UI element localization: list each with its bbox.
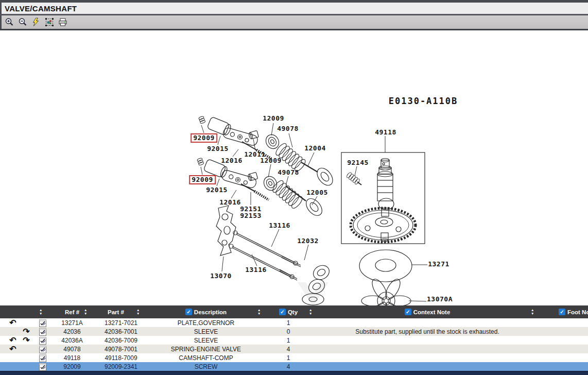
description-cell: CAMSHAFT-COMP (149, 354, 263, 362)
part-cell: 42036-7009 (93, 337, 149, 344)
checkbox-icon[interactable]: ✓ (559, 309, 565, 315)
table-row[interactable]: ↶ 13271A13271-7021PLATE,GOVERNOR1 (0, 318, 588, 327)
parts-table-body: ↶ 13271A13271-7021PLATE,GOVERNOR1↷ 42036… (0, 318, 588, 371)
part-cell: 13271-7021 (93, 319, 149, 327)
ref-cell: 13271A (51, 319, 93, 327)
part-number-label: 12004 (304, 145, 326, 152)
part-number-label: 12005 (306, 189, 328, 196)
qty-cell: 1 (263, 337, 314, 344)
part-number-label: 92015 (206, 186, 228, 194)
part-number-label: 49078 (278, 169, 299, 176)
qty-cell: 4 (263, 363, 314, 370)
part-number-label: 49078 (277, 125, 299, 132)
part-number-label: 13070A (427, 296, 453, 303)
column-header-part[interactable]: Part # (90, 305, 142, 318)
note-icon[interactable] (39, 354, 46, 362)
undo-arrow-icon: ↶ (6, 319, 20, 327)
row-history-arrows: ↶ (0, 345, 34, 353)
description-cell: PLATE,GOVERNOR (149, 319, 263, 327)
checkbox-icon[interactable]: ✓ (405, 309, 411, 315)
part-cell: 42036-7001 (93, 328, 149, 335)
redo-arrow-icon (20, 319, 33, 327)
page-title: VALVE/CAMSHAFT (2, 4, 77, 13)
print-icon[interactable] (58, 17, 68, 27)
sort-icon[interactable]: ▲▼ (84, 308, 87, 315)
ref-cell: 42036A (51, 337, 93, 344)
note-icon[interactable] (39, 363, 46, 371)
description-cell: SCREW (149, 363, 263, 370)
diagram-toolbar (0, 15, 588, 29)
column-header-description[interactable]: ✓ Description (149, 305, 263, 318)
part-number-label: 12009 (263, 115, 284, 122)
diagram-code-label: E0130-A110B (389, 97, 458, 105)
description-cell: SPRING-ENGINE VALVE (149, 346, 263, 353)
qty-cell: 4 (263, 346, 314, 353)
sort-icon[interactable]: ▲▼ (257, 308, 261, 315)
redo-arrow-icon (20, 345, 33, 353)
redo-arrow-icon: ↷ (20, 336, 33, 345)
note-icon[interactable] (39, 328, 46, 336)
ref-cell: 49078 (51, 346, 93, 353)
row-history-arrows: ↶ (0, 319, 34, 327)
column-header-foot-note[interactable]: ✓ Foot Note (559, 305, 588, 318)
qty-cell: 1 (263, 319, 314, 327)
part-number-label: 49118 (375, 129, 396, 136)
diagram-canvas[interactable]: E0130-A110B12009490789200992015120111201… (0, 30, 588, 305)
title-bar: VALVE/CAMSHAFT (0, 3, 588, 14)
part-number-label: 12032 (297, 237, 319, 245)
part-number-label: 13271 (428, 261, 449, 268)
undo-arrow-icon: ↶ (6, 336, 20, 345)
row-history-arrows: ↶↷ (0, 336, 34, 345)
sort-icon[interactable]: ▲▼ (309, 308, 312, 315)
part-number-label: 92015 (207, 145, 229, 152)
column-header-context-note[interactable]: ✓ Context Note (314, 305, 541, 318)
part-number-label: 12016 (221, 157, 243, 164)
part-number-label: 13070 (210, 272, 232, 280)
zoom-out-icon[interactable] (18, 17, 28, 27)
table-row[interactable]: 4911849118-7009CAMSHAFT-COMP1 (0, 353, 588, 362)
note-icon[interactable] (39, 345, 46, 353)
redo-arrow-icon: ↷ (20, 328, 33, 336)
ref-cell: 92009 (51, 363, 93, 370)
bottom-status-bar (0, 371, 588, 375)
undo-arrow-icon: ↶ (6, 345, 20, 353)
part-number-label: 92153 (240, 212, 262, 219)
ref-cell: 42036 (51, 328, 93, 335)
zoom-in-icon[interactable] (4, 17, 14, 27)
checkbox-icon[interactable]: ✓ (185, 309, 192, 315)
part-number-label: 13116 (269, 222, 290, 229)
row-history-arrows: ↷ (0, 328, 34, 336)
part-cell: 49078-7001 (93, 346, 149, 353)
undo-arrow-icon (6, 328, 20, 336)
ref-cell: 49118 (51, 354, 93, 362)
qty-cell: 1 (263, 354, 314, 362)
description-cell: SLEEVE (149, 328, 263, 335)
note-icon[interactable] (39, 319, 46, 327)
sort-icon[interactable]: ▲▼ (136, 308, 140, 315)
table-row[interactable]: ↷ 4203642036-7001SLEEVE0Substitute part,… (0, 327, 588, 336)
lightning-icon[interactable] (31, 17, 41, 27)
part-cell: 49118-7009 (93, 354, 149, 362)
part-number-label: 92145 (347, 159, 369, 166)
sort-icon[interactable]: ▲▼ (39, 308, 42, 315)
qty-cell: 0 (263, 328, 314, 335)
part-number-label: 12016 (219, 199, 241, 206)
checkbox-icon[interactable]: ✓ (279, 309, 286, 315)
column-header-qty[interactable]: ✓ Qty (263, 305, 314, 318)
part-cell: 92009-2341 (93, 363, 149, 370)
sort-icon[interactable]: ▲▼ (531, 308, 534, 315)
table-row[interactable]: ↶ 4907849078-7001SPRING-ENGINE VALVE4 (0, 345, 588, 353)
part-number-label[interactable]: 92009 (191, 133, 217, 143)
part-number-label[interactable]: 92009 (189, 175, 216, 184)
table-row[interactable]: ↶↷ 42036A42036-7009SLEEVE1 (0, 336, 588, 345)
part-number-label: 12009 (260, 157, 282, 164)
part-number-label: 13116 (245, 266, 267, 274)
description-cell: SLEEVE (149, 337, 263, 344)
image-select-icon[interactable] (44, 17, 55, 27)
table-row[interactable]: 9200992009-2341SCREW4 (0, 362, 588, 371)
note-icon[interactable] (39, 336, 46, 345)
context-note-cell: Substitute part, supplied until the stoc… (314, 328, 541, 335)
parts-diagram (0, 30, 588, 305)
parts-table-header: ▲▼ Ref # ▲▼ Part # ▲▼ ✓ Description ▲▼ ✓… (0, 305, 588, 318)
parts-catalog-window: VALVE/CAMSHAFT (0, 0, 588, 375)
